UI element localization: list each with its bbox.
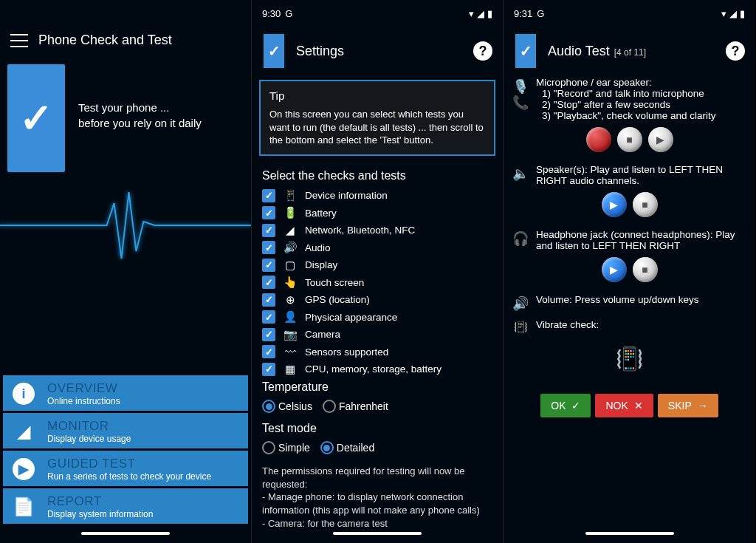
check-row[interactable]: 🔋Battery [262,204,492,222]
headphone-play-button[interactable]: ▶ [602,257,627,282]
wifi-icon: ▾ [469,8,474,19]
check-row[interactable]: ▢Display [262,256,492,274]
help-icon[interactable]: ? [726,41,745,61]
signal-icon: ◢ [10,418,37,445]
check-label: Display [305,259,337,270]
permissions-text: The permissions required for testing wil… [252,460,503,530]
close-icon: ✕ [634,400,643,411]
battery-icon: ▮ [487,8,492,19]
checkbox-icon [262,224,275,237]
check-row[interactable]: ▦CPU, memory, storage, battery [262,361,492,378]
check-row[interactable]: 🔊Audio [262,239,492,256]
check-label: CPU, memory, storage, battery [305,363,441,375]
check-label: Device information [305,190,388,201]
item-icon: 👤 [283,310,298,324]
check-row[interactable]: 〰Sensors supported [262,343,492,361]
app-logo-icon [6,63,66,174]
item-icon: 👆 [283,276,298,289]
radio-fahrenheit[interactable]: Fahrenheit [323,400,388,413]
page-title: Settings [296,44,344,59]
nav-bar[interactable] [504,531,755,543]
item-icon: 📱 [283,189,298,202]
check-row[interactable]: ◢Network, Bluetooth, NFC [262,222,492,239]
checkbox-icon [262,259,275,272]
checkbox-icon [262,189,275,202]
arrow-right-icon: → [698,400,708,411]
app-title: Phone Check and Test [38,33,172,48]
app-logo-icon [262,33,286,69]
check-row[interactable]: 📱Device information [262,187,492,205]
volume-instructions: Volume: Press volume up/down keys [536,294,699,312]
check-label: Battery [305,208,337,219]
google-icon: G [285,8,292,19]
check-row[interactable]: 👤Physical appearance [262,308,492,326]
signal-icon: ◢ [729,8,737,19]
check-label: Audio [305,242,331,253]
checkbox-icon [262,276,275,289]
record-button[interactable] [586,127,611,152]
volume-icon: 🔊 [512,294,529,312]
checkbox-icon [262,328,275,341]
radio-detailed[interactable]: Detailed [320,441,374,454]
menu-monitor[interactable]: ◢ MONITORDisplay device usage [3,413,248,448]
tip-box: Tip On this screen you can select which … [259,80,495,156]
checkbox-icon [262,293,275,307]
skip-button[interactable]: SKIP→ [658,394,718,417]
nok-button[interactable]: NOK✕ [595,394,653,417]
checkbox-icon [262,345,275,358]
check-label: Physical appearance [305,312,397,323]
speaker-play-button[interactable]: ▶ [602,192,627,217]
item-icon: 📷 [283,328,298,341]
home-panel: Phone Check and Test Test your phone ...… [0,0,252,543]
ok-button[interactable]: OK✓ [540,394,591,417]
item-icon: ▢ [283,259,298,272]
menu-icon[interactable] [10,34,28,47]
wifi-icon: ▾ [721,8,726,19]
radio-celsius[interactable]: Celsius [262,400,312,413]
check-label: Touch screen [305,277,364,288]
status-bar: 9:30G ▾◢▮ [252,0,503,22]
headphone-instructions: Headphone jack (connect headphones): Pla… [536,229,746,251]
settings-panel: 9:30G ▾◢▮ Settings ? Tip On this screen … [252,0,504,543]
document-icon: 📄 [10,494,37,520]
check-label: Camera [305,329,340,340]
test-mode-heading: Test mode [252,419,503,440]
app-logo-icon [514,33,537,69]
item-icon: 🔋 [283,206,298,219]
signal-icon: ◢ [477,8,484,19]
menu-report[interactable]: 📄 REPORTDisplay system information [3,488,248,524]
item-icon: ◢ [283,224,298,237]
checkbox-icon [262,310,275,324]
radio-simple[interactable]: Simple [262,441,310,454]
nav-bar[interactable] [252,531,503,543]
check-label: Network, Bluetooth, NFC [305,225,415,236]
test-position: [4 of 11] [614,47,646,58]
check-row[interactable]: ⊕GPS (location) [262,291,492,309]
page-title: Audio Test[4 of 11] [548,44,646,59]
audio-test-panel: 9:31G ▾◢▮ Audio Test[4 of 11] ? 🎙️📞 Micr… [504,0,755,543]
check-row[interactable]: 📷Camera [262,326,492,344]
checkbox-icon [262,241,275,254]
google-icon: G [537,8,544,19]
playback-button[interactable]: ▶ [648,127,673,152]
ecg-graphic [0,181,251,270]
speaker-icon: 🔈 [512,164,529,186]
speaker-stop-button[interactable]: ■ [633,192,658,217]
help-icon[interactable]: ? [473,41,492,61]
headphone-stop-button[interactable]: ■ [633,257,658,282]
headphone-icon: 🎧 [512,229,529,251]
status-bar [0,0,251,22]
stop-button[interactable]: ■ [617,127,642,152]
vibrate-icon: 📳 [512,319,529,334]
menu-overview[interactable]: i OVERVIEWOnline instructions [3,375,248,411]
check-row[interactable]: 👆Touch screen [262,273,492,291]
checkbox-icon [262,206,275,219]
info-icon: i [10,380,37,407]
item-icon: ▦ [283,363,298,376]
menu-guided-test[interactable]: ▶ GUIDED TESTRun a series of tests to ch… [3,451,248,486]
nav-bar[interactable] [0,531,251,543]
check-label: GPS (location) [305,294,370,305]
checkbox-icon [262,363,275,376]
mic-instructions: Microphone / ear speaker: 1) "Record" an… [536,77,715,121]
item-icon: 〰 [283,346,298,358]
